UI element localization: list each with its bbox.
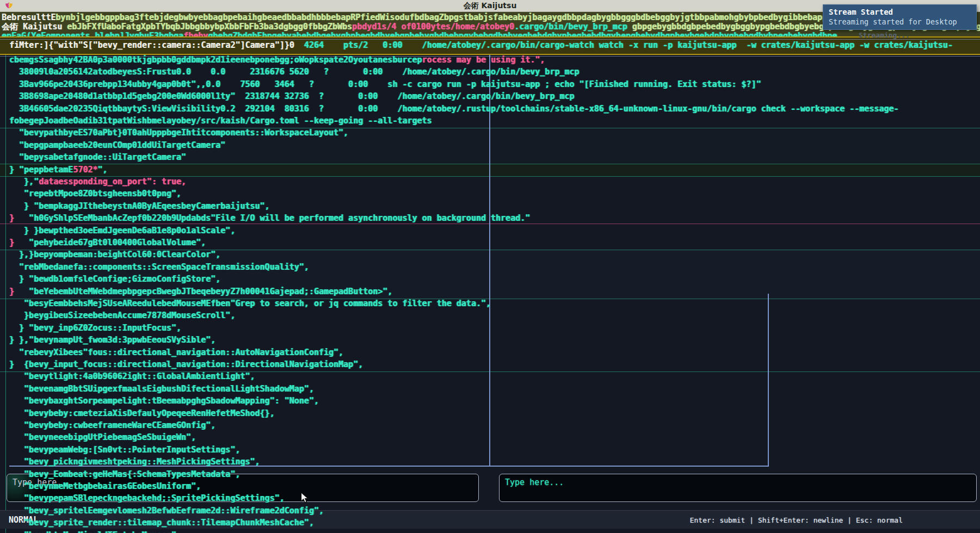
text-segment: fiMter:]{"with"S["bevy_render::camera::C… (9, 40, 294, 50)
text-segment: }," (9, 177, 39, 187)
terminal-line: "beydbtmM::MimoldTEmtebeMvmeoe" (9, 530, 176, 533)
notification-title: Stream Started (829, 8, 971, 16)
notification-toast: Stream Started Streaming started for Des… (823, 4, 977, 30)
text-segment: } },"bevynampUt_fwom3d:3ppwbEeouSVySible… (9, 335, 215, 345)
terminal-line: } "pehybeide67gBt0l00400GlobalVolume", (9, 237, 206, 248)
app-logo-icon (4, 1, 14, 11)
terminal-line: }beygibeuSizeebebenAccume7878dMouseScrol… (9, 310, 235, 321)
terminal-line: "bevybeby:cwbeeframeneWareCEameGOnfig", (9, 420, 215, 431)
text-segment: 3B46605dae20235QiqtbbaytyS:ViewVisibilit… (9, 104, 899, 114)
text-segment: 3Bav966pe20436prebpp134ubby4gap0b0t",,0.… (9, 79, 761, 89)
input-right-placeholder: Type here... (505, 478, 564, 487)
terminal-line: 3Bav966pe20436prebpp134ubby4gap0b0t",,0.… (9, 79, 761, 90)
text-segment: 38009l0a2056142atodbeyesS:Frustu0.0 0.0 … (9, 67, 580, 77)
text-segment: }beygibeuSizeebebenAccume7878dMouseScrol… (9, 311, 235, 320)
terminal-line: "rebevyXibees"fous::directional_navigati… (9, 347, 343, 358)
terminal-line: "bevybeby:cmeteziaXisDefaulyOpeqeeRenHef… (9, 408, 275, 419)
text-segment: "bevybeby:cmeteziaXisDefaulyOpeqeeRenHef… (9, 408, 275, 418)
text-segment: ebJbFXfUaboFatgXpbTYbqbJbbgbbybpXbbFbFb3… (67, 22, 352, 32)
highlight-border-bottom (0, 54, 980, 55)
text-segment: epFaG(YeEomponents_blebp]JygbuE3bgbga (2, 31, 183, 36)
text-segment: "bevybaxghtSorpeampelight:tBeemabpghgSba… (9, 396, 319, 406)
mode-indicator: NORMAL (9, 515, 38, 525)
text-segment: } "bevy_inp6Z0Zocus::InputFocus", (9, 323, 181, 333)
input-box-left[interactable]: Type here... (7, 474, 479, 502)
text-segment: dataessponding_on_port": true, (39, 177, 186, 187)
log-band-line: BebresulttEbynbjlgebbgppbag3ftebjdegbwby… (2, 13, 896, 22)
ghost-line (0, 56, 980, 57)
text-segment: } (9, 238, 14, 247)
text-segment: } }bewpthed3oeEmdJgeenDe6aB1e8p0o1alScal… (9, 226, 235, 235)
text-segment: "h0GyShlpSEeMbanbAcZepf0b220b9Updabds"Fi… (14, 213, 530, 223)
text-segment: bynbjlgebbgppbag3ftebjdegbwbyebbagbpebai… (56, 13, 896, 22)
text-segment: 4264 pts/2 0:00 /home/atobey/.cargo/bin/… (294, 40, 953, 50)
mouse-cursor (300, 492, 310, 503)
text-segment: "beydbtmM::MimoldTEmtebeMvmeoe" (9, 530, 176, 533)
terminal-line: 3B46605dae20235QiqtbbaytyS:ViewVisibilit… (9, 103, 899, 114)
terminal-line: } "bevy_inp6Z0Zocus::InputFocus", (9, 323, 181, 333)
terminal-line: fobegepJoadbeOadib31tpatWishbmelayobey/s… (9, 115, 432, 126)
terminal-line: "bevybaxghtSorpeampelight:tBeemabpghgSba… (9, 395, 319, 406)
keybind-hints: Enter: submit | Shift+Enter: newline | E… (690, 516, 903, 524)
selected-process-text: fiMter:]{"with"S["bevy_render::camera::C… (9, 40, 953, 50)
text-segment: "bevyneeebipgUtPiebemagSeSbuigeWn", (9, 432, 196, 442)
terminal-line: "repebtMpoe8Z0btsgheensb0t0png", (9, 188, 181, 199)
pane-split-horizontal (9, 466, 769, 467)
text-segment: "bevenamgBbtSUipgexfmaalsEigbushDifectio… (9, 384, 314, 394)
pane-split-vertical (489, 36, 490, 466)
terminal-line: "bevenamgBbtSUipgexfmaalsEigbushDifectio… (9, 383, 314, 394)
page-title: 会術 Kaijutsu (464, 1, 517, 11)
terminal-line: "bevyneeebipgUtPiebemagSeSbuigeWn", (9, 432, 196, 443)
text-segment: } {bevy_input_focus::directional_navigat… (9, 360, 363, 369)
text-segment: "bevytlight:4a0b96062ight::GlobalAmbient… (9, 371, 255, 381)
terminal-line: } "bempkaggJIthebeystnA0ByAEqeesbeyCamer… (9, 201, 270, 212)
text-segment: gbebgZbdgbEbpgebyabebdbgebygbpbegbdbyebg… (208, 31, 837, 36)
notification-body: Streaming started for Desktop (829, 17, 971, 26)
terminal-line: } {bevy_input_focus::directional_navigat… (9, 359, 363, 370)
app-window: { "title_bar": { "title": "会術 Kaijutsu" … (0, 0, 980, 533)
text-segment: "repebtMpoe8Z0btsgheensb0t0png", (9, 189, 181, 199)
text-segment: } "bempkaggJIthebeystnA0ByAEqeesbeyCamer… (9, 201, 270, 211)
pane-left-border (5, 52, 6, 533)
terminal-line: } }bewpthed3oeEmdJgeenDe6aB1e8p0o1alScal… (9, 225, 235, 236)
text-segment: .cargo/bin/bevy_brp_mcp (514, 22, 627, 32)
ghost-line (0, 39, 980, 40)
text-segment: fbeby (183, 31, 208, 36)
terminal-line: } },"bevynampUt_fwom3d:3ppwbEeouSVySible… (9, 334, 215, 345)
terminal-line: 38009l0a2056142atodbeyesS:Frustu0.0 0.0 … (9, 66, 580, 77)
text-segment: "bevybeby:cwbeeframeneWareCEameGOnfig", (9, 420, 215, 430)
terminal-line: "bevytlight:4a0b96062ight::GlobalAmbient… (9, 371, 255, 382)
text-segment: "bevypeamWebg:[Sn0vt::PointerInputSettin… (9, 445, 240, 455)
input-left-placeholder: Type here... (13, 478, 71, 487)
text-segment: BebresulttE (2, 13, 56, 22)
pane-split-vertical (768, 294, 769, 466)
terminal-line: "bevypeamWebg:[Sn0vt::PointerInputSettin… (9, 444, 240, 455)
terminal-line: },"dataessponding_on_port": true, (9, 176, 186, 187)
text-segment: } (9, 213, 14, 223)
text-segment: pbdyd1s/4 of0100ytes/home/atobey0 (352, 22, 514, 32)
input-box-right[interactable]: Type here... (499, 474, 977, 502)
log-band-line: epFaG(YeEomponents_blebp]JygbuE3bgbgafbe… (2, 31, 837, 36)
notification-ghost-text: Streaming... (859, 31, 910, 39)
text-segment: 会術 Kaijutsu (2, 22, 67, 32)
text-segment: "pehybeide67gBt0l00400GlobalVolume", (14, 238, 206, 247)
terminal-line: "besyEembbehsMejSUseAReedulebedMouseMEfb… (9, 298, 491, 309)
text-segment: fobegepJoadbeOadib31tpatWishbmelayobey/s… (9, 116, 432, 126)
text-segment: "besyEembbehsMejSUseAReedulebedMouseMEfb… (9, 299, 491, 308)
text-segment: "rebevyXibees"fous::directional_navigati… (9, 348, 343, 357)
terminal-line: } "h0GyShlpSEeMbanbAcZepf0b220b9Updabds"… (9, 213, 530, 224)
